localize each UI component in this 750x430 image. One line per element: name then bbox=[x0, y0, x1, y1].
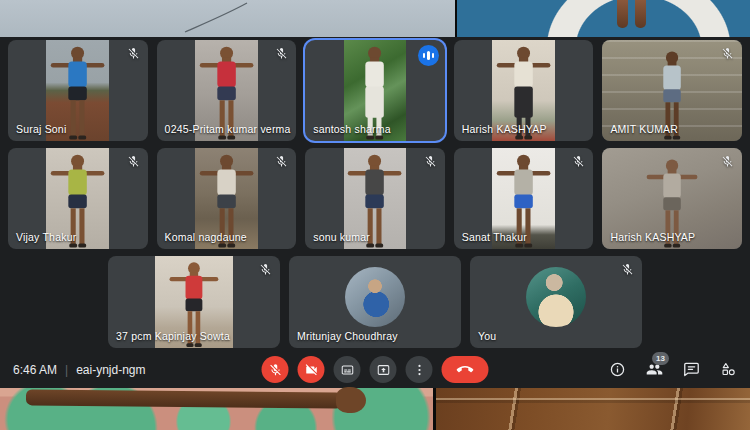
audio-level-icon bbox=[418, 45, 439, 66]
participant-tile[interactable]: Harish KASHYAP bbox=[602, 148, 742, 249]
participant-name: AMIT KUMAR bbox=[610, 123, 678, 135]
participant-tile[interactable]: 37 pcm Kapinjay Sowta bbox=[108, 256, 280, 348]
mic-button[interactable] bbox=[262, 356, 289, 383]
captions-icon bbox=[340, 363, 354, 377]
mic-off-icon bbox=[268, 363, 282, 377]
info-icon bbox=[609, 361, 626, 378]
avatar bbox=[345, 267, 405, 327]
standing-leg bbox=[617, 0, 628, 28]
participant-tile[interactable]: 0245-Pritam kumar verma bbox=[157, 40, 297, 141]
participant-tile[interactable]: AMIT KUMAR bbox=[602, 40, 742, 141]
participant-name: 37 pcm Kapinjay Sowta bbox=[116, 330, 230, 342]
meet-main-area: Suraj Soni 0245-Pritam kumar verma santo… bbox=[0, 37, 750, 388]
captions-button[interactable] bbox=[334, 356, 361, 383]
mic-off-icon bbox=[127, 155, 140, 168]
more-options-button[interactable] bbox=[406, 356, 433, 383]
participant-name: Harish KASHYAP bbox=[462, 123, 547, 135]
mic-off-icon bbox=[275, 47, 288, 60]
participant-count-badge: 13 bbox=[652, 352, 669, 365]
lying-foot bbox=[336, 387, 366, 413]
mic-off-icon bbox=[275, 155, 288, 168]
participant-tile[interactable]: Harish KASHYAP bbox=[454, 40, 594, 141]
participant-tile[interactable]: santosh sharma bbox=[305, 40, 445, 141]
mic-off-icon bbox=[721, 47, 734, 60]
mic-off-icon bbox=[424, 155, 437, 168]
participant-tile[interactable]: Suraj Soni bbox=[8, 40, 148, 141]
mic-off-icon bbox=[721, 155, 734, 168]
participant-name: Mritunjay Choudhray bbox=[297, 330, 398, 342]
wire-line bbox=[183, 2, 249, 33]
peek-video-stone-floor bbox=[436, 388, 750, 430]
participant-name: You bbox=[478, 330, 496, 342]
meeting-details-button[interactable] bbox=[605, 358, 629, 382]
participant-name: Sanat Thakur bbox=[462, 231, 527, 243]
present-button[interactable] bbox=[370, 356, 397, 383]
participant-tile[interactable]: Sanat Thakur bbox=[454, 148, 594, 249]
peek-video-row-bottom bbox=[0, 388, 750, 430]
peek-video-blue-circle bbox=[457, 0, 750, 37]
participant-name: 0245-Pritam kumar verma bbox=[165, 123, 291, 135]
tile-row: Vijay Thakur Komal nagdaune sonu kumar S… bbox=[8, 148, 742, 249]
mic-off-icon bbox=[621, 263, 634, 276]
mic-off-icon bbox=[572, 155, 585, 168]
mic-off-icon bbox=[127, 47, 140, 60]
activities-icon bbox=[720, 361, 737, 378]
peek-video-row-top bbox=[0, 0, 750, 37]
separator: | bbox=[65, 363, 68, 377]
present-icon bbox=[376, 363, 390, 377]
camera-off-icon bbox=[304, 363, 318, 377]
camera-button[interactable] bbox=[298, 356, 325, 383]
chat-button[interactable] bbox=[679, 358, 703, 382]
standing-leg bbox=[635, 0, 646, 28]
participant-name: Harish KASHYAP bbox=[610, 231, 695, 243]
participant-tile[interactable]: sonu kumar bbox=[305, 148, 445, 249]
participant-grid: Suraj Soni 0245-Pritam kumar verma santo… bbox=[8, 40, 742, 355]
participant-tile[interactable]: Vijay Thakur bbox=[8, 148, 148, 249]
google-meet-window: Suraj Soni 0245-Pritam kumar verma santo… bbox=[0, 0, 750, 430]
meeting-code: eai-ynjd-ngm bbox=[76, 363, 145, 377]
end-call-button[interactable] bbox=[442, 356, 489, 383]
lying-leg bbox=[26, 389, 344, 408]
people-button[interactable]: 13 bbox=[642, 358, 666, 382]
clock: 6:46 AM bbox=[13, 363, 57, 377]
participant-name: santosh sharma bbox=[313, 123, 391, 135]
mic-off-icon bbox=[259, 263, 272, 276]
tile-row: Suraj Soni 0245-Pritam kumar verma santo… bbox=[8, 40, 742, 141]
participant-name: Suraj Soni bbox=[16, 123, 66, 135]
participant-name: Vijay Thakur bbox=[16, 231, 76, 243]
tile-row: 37 pcm Kapinjay SowtaMritunjay Choudhray… bbox=[8, 256, 742, 348]
bottom-bar: 6:46 AM | eai-ynjd-ngm bbox=[0, 351, 750, 388]
more-options-icon bbox=[412, 363, 426, 377]
meeting-info: 6:46 AM | eai-ynjd-ngm bbox=[13, 351, 146, 388]
activities-button[interactable] bbox=[716, 358, 740, 382]
end-call-icon bbox=[457, 361, 474, 378]
panel-controls: 13 bbox=[605, 351, 740, 388]
avatar bbox=[526, 267, 586, 327]
participant-name: sonu kumar bbox=[313, 231, 370, 243]
peek-video-sky bbox=[0, 0, 457, 37]
participant-tile[interactable]: Komal nagdaune bbox=[157, 148, 297, 249]
participant-tile[interactable]: Mritunjay Choudhray bbox=[289, 256, 461, 348]
participant-tile[interactable]: You bbox=[470, 256, 642, 348]
participant-name: Komal nagdaune bbox=[165, 231, 247, 243]
call-controls bbox=[262, 351, 489, 388]
peek-video-mat bbox=[0, 388, 436, 430]
chat-icon bbox=[683, 361, 700, 378]
